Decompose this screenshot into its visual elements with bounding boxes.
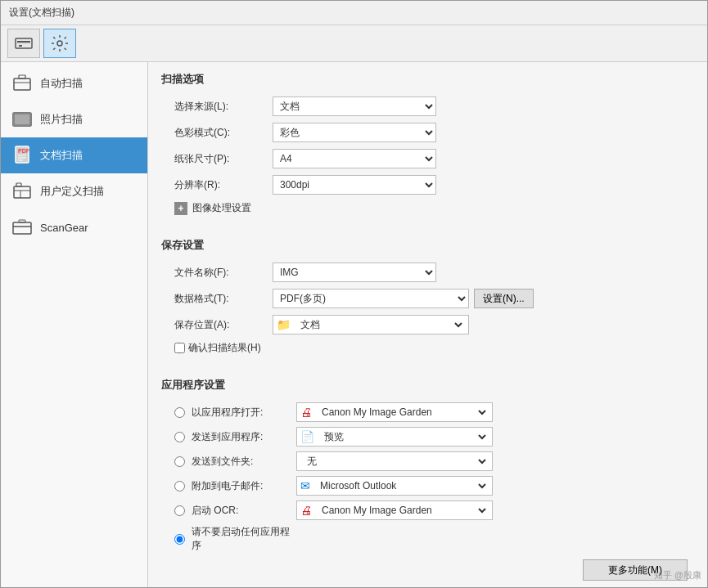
- attach-email-label: 附加到电子邮件:: [192, 479, 290, 493]
- filename-row: 文件名称(F): IMG Scan Document: [161, 263, 694, 282]
- app-settings-title: 应用程序设置: [161, 378, 694, 393]
- scan-options-body: 选择来源(L): 文档 照片 杂志 色彩模式(C):: [161, 93, 694, 225]
- source-control: 文档 照片 杂志: [273, 97, 436, 116]
- color-select[interactable]: 彩色 灰度 黑白: [273, 123, 436, 142]
- sidebar-label-photo-scan: 照片扫描: [40, 112, 83, 127]
- sidebar-label-scangear: ScanGear: [40, 222, 88, 234]
- send-folder-label: 发送到文件夹:: [192, 455, 290, 469]
- sidebar-item-custom-scan[interactable]: 用户定义扫描: [1, 173, 147, 209]
- paper-row: 纸张尺寸(P): A4 A3 Letter Legal: [161, 149, 694, 168]
- paper-label: 纸张尺寸(P):: [174, 152, 273, 166]
- send-folder-select[interactable]: 无: [300, 452, 489, 470]
- attach-email-radio[interactable]: [174, 481, 185, 491]
- sidebar-item-scangear[interactable]: ScanGear: [1, 209, 147, 245]
- no-app-row: 请不要启动任何应用程序: [174, 525, 694, 553]
- format-label: 数据格式(T):: [174, 292, 273, 306]
- open-app-label: 以应用程序打开:: [192, 406, 290, 420]
- auto-scan-icon: [11, 72, 34, 95]
- sidebar-item-photo-scan[interactable]: 照片扫描: [1, 101, 147, 137]
- save-settings-title: 保存设置: [161, 238, 694, 253]
- attach-email-select[interactable]: Microsoft Outlook: [313, 477, 489, 495]
- save-settings-body: 文件名称(F): IMG Scan Document 数据格式(T):: [161, 259, 694, 365]
- send-app-radio[interactable]: [174, 432, 185, 442]
- main-panel: 扫描选项 选择来源(L): 文档 照片 杂志 色彩模式(: [148, 62, 707, 587]
- resolution-label: 分辨率(R):: [174, 178, 273, 192]
- send-folder-radio[interactable]: [174, 456, 185, 467]
- svg-rect-16: [14, 186, 30, 198]
- doc-scan-icon: PDF: [11, 144, 34, 167]
- source-label: 选择来源(L):: [174, 100, 273, 114]
- app-settings-body: 以应用程序打开: 🖨 Canon My Image Garden 发送到应用程序…: [161, 399, 694, 584]
- content-area: 自动扫描 照片扫描 PDF: [1, 62, 707, 587]
- start-ocr-row: 启动 OCR: 🖨 Canon My Image Garden: [174, 500, 694, 520]
- send-app-select[interactable]: 预览: [318, 428, 489, 446]
- color-row: 色彩模式(C): 彩色 灰度 黑白: [161, 123, 694, 142]
- more-btn-row: 更多功能(M): [161, 559, 694, 581]
- no-app-radio[interactable]: [174, 534, 185, 545]
- start-ocr-radio[interactable]: [174, 505, 185, 516]
- paper-select[interactable]: A4 A3 Letter Legal: [273, 149, 436, 168]
- svg-rect-7: [19, 75, 25, 79]
- outlook-icon: ✉: [300, 479, 310, 492]
- source-row: 选择来源(L): 文档 照片 杂志: [161, 97, 694, 116]
- scan-options-section: 扫描选项 选择来源(L): 文档 照片 杂志 色彩模式(: [161, 72, 694, 225]
- no-app-label: 请不要启动任何应用程序: [192, 525, 290, 553]
- scanner-icon: [14, 34, 34, 53]
- sidebar-label-auto-scan: 自动扫描: [40, 76, 83, 91]
- sidebar: 自动扫描 照片扫描 PDF: [1, 62, 148, 587]
- sidebar-label-doc-scan: 文档扫描: [40, 148, 83, 163]
- resolution-select[interactable]: 150dpi 300dpi 600dpi: [273, 175, 436, 195]
- color-control: 彩色 灰度 黑白: [273, 123, 436, 142]
- settings-tab-btn[interactable]: [43, 29, 76, 58]
- start-ocr-select[interactable]: Canon My Image Garden: [315, 501, 489, 519]
- color-label: 色彩模式(C):: [174, 126, 273, 140]
- start-ocr-label: 启动 OCR:: [192, 504, 290, 518]
- radio-group: 以应用程序打开: 🖨 Canon My Image Garden 发送到应用程序…: [161, 402, 694, 553]
- watermark: 知乎 @殷康: [654, 569, 701, 581]
- save-settings-section: 保存设置 文件名称(F): IMG Scan Document: [161, 238, 694, 365]
- location-control: 📁 文档 桌面 图片: [273, 315, 469, 334]
- confirm-row: 确认扫描结果(H): [161, 341, 694, 355]
- preview-icon: 📄: [300, 430, 314, 443]
- custom-scan-icon: [11, 180, 34, 203]
- scanner-tab-btn[interactable]: [7, 29, 40, 58]
- filename-label: 文件名称(F):: [174, 266, 273, 280]
- open-app-row: 以应用程序打开: 🖨 Canon My Image Garden: [174, 402, 694, 422]
- sidebar-item-doc-scan[interactable]: PDF 文档扫描: [1, 137, 147, 173]
- attach-email-row: 附加到电子邮件: ✉ Microsoft Outlook: [174, 476, 694, 496]
- svg-text:PDF: PDF: [18, 148, 30, 154]
- scangear-icon: [11, 216, 34, 239]
- photo-scan-icon: [11, 108, 34, 131]
- image-process-label: 图像处理设置: [192, 201, 251, 215]
- image-process-row[interactable]: + 图像处理设置: [161, 201, 694, 215]
- app-settings-section: 应用程序设置 以应用程序打开: 🖨 Canon My Image Garden: [161, 378, 694, 584]
- location-label: 保存位置(A):: [174, 318, 273, 332]
- format-row: 数据格式(T): PDF(多页) PDF JPEG TIFF PNG 设置(N)…: [161, 289, 694, 308]
- window-title: 设置(文档扫描): [9, 7, 74, 18]
- confirm-checkbox[interactable]: [174, 343, 185, 353]
- location-select[interactable]: 文档 桌面 图片: [294, 316, 465, 334]
- svg-rect-1: [17, 41, 30, 43]
- filename-select[interactable]: IMG Scan Document: [273, 263, 436, 282]
- resolution-row: 分辨率(R): 150dpi 300dpi 600dpi: [161, 175, 694, 195]
- source-select[interactable]: 文档 照片 杂志: [273, 97, 436, 116]
- location-row: 保存位置(A): 📁 文档 桌面 图片: [161, 315, 694, 334]
- settings-icon: [50, 34, 70, 53]
- settings-btn[interactable]: 设置(N)...: [474, 289, 534, 308]
- title-bar: 设置(文档扫描): [1, 1, 707, 25]
- svg-rect-2: [19, 45, 22, 47]
- plus-icon: +: [174, 202, 187, 215]
- svg-rect-5: [14, 79, 30, 90]
- send-app-label: 发送到应用程序:: [192, 430, 290, 444]
- paper-control: A4 A3 Letter Legal: [273, 149, 436, 168]
- send-folder-row: 发送到文件夹: 无: [174, 451, 694, 471]
- open-app-select[interactable]: Canon My Image Garden: [315, 403, 489, 421]
- resolution-control: 150dpi 300dpi 600dpi: [273, 175, 436, 195]
- svg-rect-10: [15, 114, 29, 124]
- open-app-radio[interactable]: [174, 407, 185, 418]
- format-select[interactable]: PDF(多页) PDF JPEG TIFF PNG: [273, 289, 469, 308]
- svg-rect-22: [19, 220, 25, 222]
- sidebar-item-auto-scan[interactable]: 自动扫描: [1, 65, 147, 101]
- scan-options-title: 扫描选项: [161, 72, 694, 87]
- toolbar: [1, 25, 707, 62]
